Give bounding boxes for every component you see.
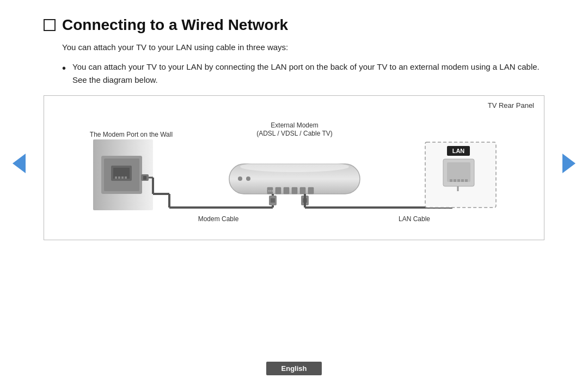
svg-rect-49: [457, 179, 460, 182]
svg-rect-46: [447, 162, 470, 182]
svg-point-14: [238, 176, 242, 181]
svg-text:LAN: LAN: [452, 148, 465, 154]
checkbox-icon: [44, 19, 56, 31]
svg-rect-20: [300, 187, 305, 194]
next-arrow-button[interactable]: [561, 153, 577, 174]
bullet-item: • You can attach your TV to your LAN by …: [62, 60, 544, 87]
subtitle-text: You can attach your TV to your LAN using…: [62, 41, 544, 54]
svg-rect-50: [461, 179, 464, 182]
svg-rect-48: [454, 179, 456, 182]
main-content: Connecting to a Wired Network You can at…: [0, 0, 588, 251]
svg-text:The Modem Port on the Wall: The Modem Port on the Wall: [90, 131, 173, 138]
svg-rect-6: [118, 176, 120, 179]
svg-text:External Modem: External Modem: [271, 121, 318, 129]
next-arrow-icon: [562, 154, 575, 173]
svg-text:Modem Cable: Modem Cable: [198, 215, 239, 223]
svg-rect-47: [450, 179, 452, 182]
svg-rect-27: [143, 176, 146, 180]
svg-rect-8: [125, 176, 127, 179]
tv-rear-panel-label: TV Rear Panel: [488, 101, 534, 109]
svg-rect-34: [271, 198, 275, 203]
diagram-svg: The Modem Port on the Wall External Mode…: [60, 107, 529, 227]
svg-rect-23: [270, 190, 271, 192]
language-button[interactable]: English: [266, 362, 322, 375]
prev-arrow-button[interactable]: [11, 153, 27, 174]
svg-rect-5: [115, 176, 117, 179]
svg-rect-24: [272, 190, 273, 192]
svg-rect-21: [308, 187, 314, 194]
diagram-box: TV Rear Panel: [44, 95, 544, 240]
svg-rect-7: [121, 176, 124, 179]
svg-point-15: [246, 176, 250, 181]
svg-point-13: [240, 161, 349, 172]
prev-arrow-icon: [13, 154, 26, 173]
svg-text:LAN Cable: LAN Cable: [399, 215, 430, 223]
bullet-dot: •: [62, 59, 66, 87]
svg-rect-19: [292, 187, 297, 194]
svg-rect-18: [284, 187, 289, 194]
section-title: Connecting to a Wired Network: [44, 16, 544, 34]
bullet-section: • You can attach your TV to your LAN by …: [62, 60, 544, 87]
language-bar: English: [0, 356, 588, 384]
svg-rect-51: [465, 179, 468, 182]
svg-text:(ADSL / VDSL / Cable TV): (ADSL / VDSL / Cable TV): [256, 130, 333, 137]
svg-rect-22: [268, 190, 270, 192]
bullet-text: You can attach your TV to your LAN by co…: [72, 60, 544, 87]
svg-rect-17: [275, 187, 281, 194]
page-title: Connecting to a Wired Network: [62, 16, 288, 34]
